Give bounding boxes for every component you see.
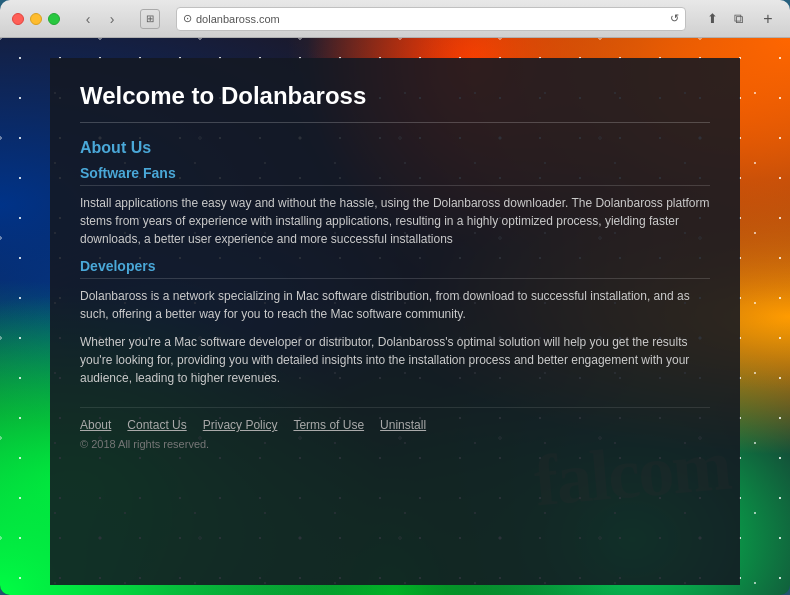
nav-buttons: ‹ › bbox=[78, 9, 122, 29]
address-lock-icon: ⊙ bbox=[183, 12, 192, 25]
close-button[interactable] bbox=[12, 13, 24, 25]
page-title: Welcome to Dolanbaross bbox=[80, 82, 710, 123]
back-button[interactable]: ‹ bbox=[78, 9, 98, 29]
tabs-button[interactable]: ⧉ bbox=[728, 9, 748, 29]
minimize-button[interactable] bbox=[30, 13, 42, 25]
toolbar-right: ⬆ ⧉ + bbox=[702, 9, 778, 29]
contact-link[interactable]: Contact Us bbox=[127, 418, 186, 432]
about-link[interactable]: About bbox=[80, 418, 111, 432]
footer: About Contact Us Privacy Policy Terms of… bbox=[80, 407, 710, 450]
maximize-button[interactable] bbox=[48, 13, 60, 25]
software-fans-text: Install applications the easy way and wi… bbox=[80, 194, 710, 248]
uninstall-link[interactable]: Uninstall bbox=[380, 418, 426, 432]
software-fans-heading: Software Fans bbox=[80, 165, 710, 186]
traffic-lights bbox=[12, 13, 60, 25]
copyright-text: © 2018 All rights reserved. bbox=[80, 438, 710, 450]
address-text: dolanbaross.com bbox=[196, 13, 666, 25]
address-bar[interactable]: ⊙ dolanbaross.com ↺ bbox=[176, 7, 686, 31]
share-button[interactable]: ⬆ bbox=[702, 9, 722, 29]
footer-links: About Contact Us Privacy Policy Terms of… bbox=[80, 418, 710, 432]
about-us-heading: About Us bbox=[80, 139, 710, 157]
new-tab-button[interactable]: + bbox=[758, 9, 778, 29]
developers-heading: Developers bbox=[80, 258, 710, 279]
tab-bar: ⊞ bbox=[140, 9, 160, 29]
forward-button[interactable]: › bbox=[102, 9, 122, 29]
browser-content: falcom Welcome to Dolanbaross About Us S… bbox=[0, 38, 790, 595]
terms-link[interactable]: Terms of Use bbox=[293, 418, 364, 432]
title-bar: ‹ › ⊞ ⊙ dolanbaross.com ↺ ⬆ ⧉ + bbox=[0, 0, 790, 38]
reload-icon: ↺ bbox=[670, 12, 679, 25]
developers-text-1: Dolanbaross is a network specializing in… bbox=[80, 287, 710, 323]
browser-window: ‹ › ⊞ ⊙ dolanbaross.com ↺ ⬆ ⧉ + falcom W… bbox=[0, 0, 790, 595]
privacy-link[interactable]: Privacy Policy bbox=[203, 418, 278, 432]
developers-text-2: Whether you're a Mac software developer … bbox=[80, 333, 710, 387]
tab-icon: ⊞ bbox=[140, 9, 160, 29]
content-panel: Welcome to Dolanbaross About Us Software… bbox=[50, 58, 740, 585]
